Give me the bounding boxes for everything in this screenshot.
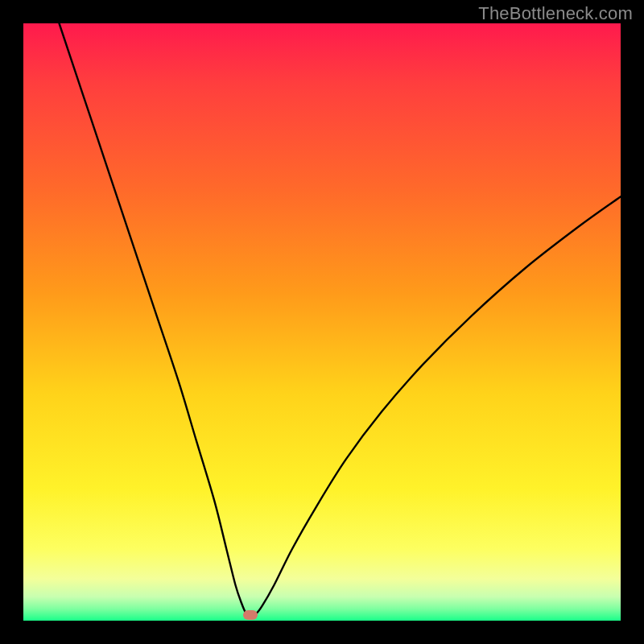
chart-frame: TheBottleneck.com [0,0,644,644]
optimal-point-marker [243,610,258,620]
plot-area [23,23,621,621]
watermark-text: TheBottleneck.com [478,3,633,24]
bottleneck-curve [23,23,621,621]
